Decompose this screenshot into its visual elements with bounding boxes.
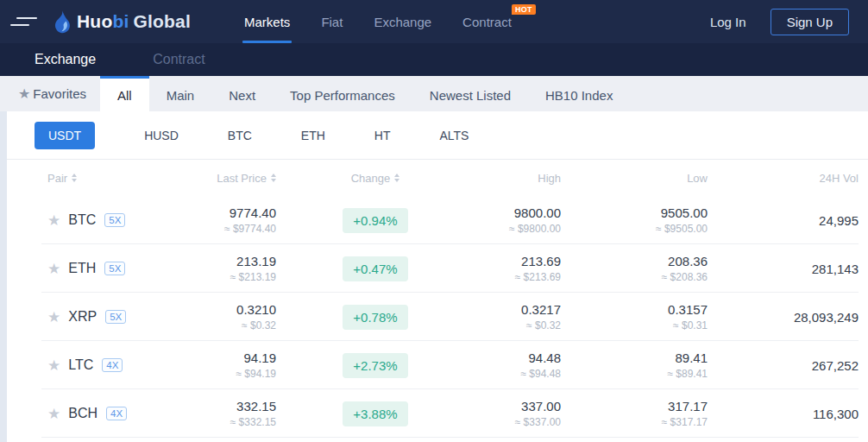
pair-cell: ★ ETH 5X <box>47 260 203 278</box>
brand-name: HuobiGlobal <box>77 11 191 32</box>
tab-main[interactable]: Main <box>149 76 212 111</box>
header-label: Low <box>687 172 708 185</box>
hot-badge: HOT <box>512 4 536 15</box>
nav-item-fiat[interactable]: Fiat <box>305 0 358 43</box>
favorite-star-icon[interactable]: ★ <box>47 308 60 326</box>
last-price-usd: ≈ $0.32 <box>203 319 276 332</box>
last-price-cell: 332.15 ≈ $332.15 <box>203 399 276 428</box>
leverage-badge: 5X <box>104 213 125 227</box>
header-pair[interactable]: Pair <box>47 172 203 185</box>
filter-eth[interactable]: ETH <box>301 129 325 142</box>
tab-all[interactable]: All <box>100 76 149 111</box>
high-price: 337.00 <box>475 399 561 414</box>
pair-cell: ★ BTC 5X <box>47 212 203 230</box>
tab-top-performances[interactable]: Top Performances <box>273 76 412 111</box>
low-price-usd: ≈ $9505.00 <box>561 223 708 235</box>
top-navbar: HuobiGlobal Markets Fiat Exchange Contra… <box>0 0 868 43</box>
signup-button[interactable]: Sign Up <box>771 9 849 35</box>
last-price: 332.15 <box>203 399 276 414</box>
last-price: 94.19 <box>203 350 276 365</box>
header-last-price[interactable]: Last Price <box>203 172 276 185</box>
table-row-btc[interactable]: ★ BTC 5X 9774.40 ≈ $9774.40 +0.94% 9800.… <box>7 196 868 244</box>
high-cell: 94.48 ≈ $94.48 <box>475 350 561 380</box>
filter-btc[interactable]: BTC <box>228 129 252 142</box>
low-price: 208.36 <box>561 254 708 268</box>
quote-currency-filters: USDT HUSD BTC ETH HT ALTS <box>7 111 868 160</box>
last-price-cell: 9774.40 ≈ $9774.40 <box>203 205 276 235</box>
markets-panel: USDT HUSD BTC ETH HT ALTS Pair Last Pric… <box>7 111 868 442</box>
filter-usdt[interactable]: USDT <box>35 122 95 149</box>
header-label: 24H Vol <box>819 172 859 185</box>
leverage-badge: 4X <box>106 407 127 420</box>
header-change[interactable]: Change <box>276 172 475 185</box>
low-cell: 208.36 ≈ $208.36 <box>561 254 708 283</box>
tab-hb10-index[interactable]: HB10 Index <box>528 76 630 111</box>
last-price: 9774.40 <box>203 205 276 220</box>
table-row-bch[interactable]: ★ BCH 4X 332.15 ≈ $332.15 +3.88% 337.00 … <box>7 389 868 438</box>
pair-name: XRP <box>68 309 97 325</box>
nav-label: Exchange <box>374 15 431 29</box>
volume-cell: 281,143 <box>708 262 859 276</box>
favorite-star-icon[interactable]: ★ <box>47 405 60 423</box>
filter-ht[interactable]: HT <box>374 129 391 142</box>
header-label: Pair <box>47 172 67 185</box>
huobi-logo[interactable]: HuobiGlobal <box>52 10 191 34</box>
low-price: 317.17 <box>561 399 708 414</box>
last-price-usd: ≈ $332.15 <box>203 416 276 428</box>
tab-label: Top Performances <box>290 88 395 103</box>
pair-cell: ★ LTC 4X <box>47 357 203 375</box>
header-label: Last Price <box>217 172 267 185</box>
high-cell: 213.69 ≈ $213.69 <box>475 254 561 283</box>
high-price-usd: ≈ $94.48 <box>475 368 561 380</box>
favorite-star-icon[interactable]: ★ <box>47 260 60 278</box>
nav-label: Contract <box>462 15 512 29</box>
pair-name: LTC <box>68 357 93 373</box>
last-price-cell: 0.3210 ≈ $0.32 <box>203 302 276 332</box>
sort-arrows-icon <box>72 174 77 182</box>
low-price-usd: ≈ $89.41 <box>561 368 708 380</box>
leverage-badge: 5X <box>105 310 126 324</box>
high-price: 94.48 <box>475 350 561 365</box>
subnav-item-exchange[interactable]: Exchange <box>35 52 96 67</box>
header-24h-vol: 24H Vol <box>708 172 859 185</box>
table-header: Pair Last Price Change High Low 24H Vol <box>7 160 868 196</box>
login-link[interactable]: Log In <box>710 15 746 29</box>
tab-label: All <box>117 88 132 103</box>
table-row-xrp[interactable]: ★ XRP 5X 0.3210 ≈ $0.32 +0.78% 0.3217 ≈ … <box>7 293 868 341</box>
favorite-star-icon[interactable]: ★ <box>47 212 60 230</box>
pair-cell: ★ XRP 5X <box>47 308 203 326</box>
high-cell: 0.3217 ≈ $0.32 <box>475 302 561 332</box>
nav-item-markets[interactable]: Markets <box>229 0 305 43</box>
filter-alts[interactable]: ALTS <box>439 129 469 142</box>
volume-cell: 28,093,249 <box>708 310 859 325</box>
high-price: 9800.00 <box>475 205 561 220</box>
filter-husd[interactable]: HUSD <box>144 129 179 142</box>
table-row-ltc[interactable]: ★ LTC 4X 94.19 ≈ $94.19 +2.73% 94.48 ≈ $… <box>7 341 868 389</box>
table-row-eth[interactable]: ★ ETH 5X 213.19 ≈ $213.19 +0.47% 213.69 … <box>7 244 868 293</box>
hamburger-menu-icon[interactable] <box>9 17 38 26</box>
last-price-usd: ≈ $213.19 <box>203 271 276 283</box>
change-cell: +3.88% <box>276 401 475 426</box>
nav-item-contract[interactable]: Contract HOT <box>447 0 527 43</box>
high-price: 0.3217 <box>475 302 561 317</box>
low-cell: 317.17 ≈ $317.17 <box>561 399 708 428</box>
pair-name: BCH <box>68 406 97 421</box>
tab-newest-listed[interactable]: Newest Listed <box>412 76 528 111</box>
high-cell: 9800.00 ≈ $9800.00 <box>475 205 561 235</box>
last-price-cell: 213.19 ≈ $213.19 <box>203 254 276 283</box>
favorite-star-icon[interactable]: ★ <box>47 357 60 375</box>
last-price-usd: ≈ $9774.40 <box>203 223 276 235</box>
nav-item-exchange[interactable]: Exchange <box>358 0 447 43</box>
tab-favorites[interactable]: ★ Favorites <box>0 76 100 111</box>
change-badge: +0.78% <box>343 305 407 330</box>
high-price: 213.69 <box>475 254 561 268</box>
change-badge: +0.47% <box>343 256 407 281</box>
tab-label: Main <box>167 88 195 103</box>
huobi-flame-icon <box>52 10 77 34</box>
header-label: High <box>538 172 561 185</box>
volume-cell: 24,995 <box>708 213 859 228</box>
tab-next[interactable]: Next <box>211 76 273 111</box>
change-cell: +0.94% <box>276 208 475 233</box>
subnav-item-contract[interactable]: Contract <box>153 52 204 67</box>
change-cell: +0.78% <box>276 305 475 330</box>
